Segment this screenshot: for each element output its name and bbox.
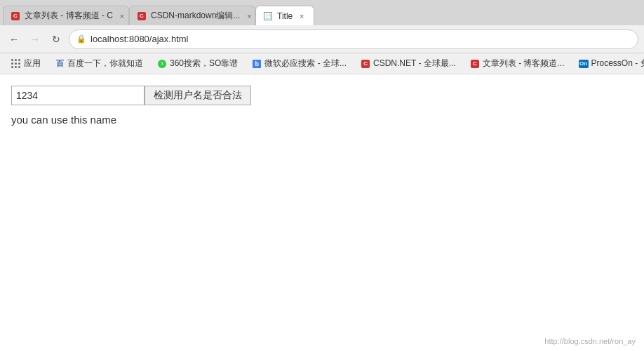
result-text: you can use this name: [11, 114, 633, 126]
back-button[interactable]: ←: [6, 31, 22, 48]
tab-2-label: CSDN-markdown编辑...: [151, 10, 240, 22]
tab-3-favicon: 📄: [263, 11, 273, 21]
articles-icon: C: [470, 59, 480, 69]
tab-3-label: Title: [277, 11, 293, 21]
bookmark-processon[interactable]: On ProcessOn - 免费在...: [573, 56, 645, 71]
refresh-button[interactable]: ↻: [48, 31, 65, 48]
address-bar[interactable]: 🔒 localhost:8080/ajax.html: [69, 29, 638, 49]
bookmarks-bar: 应用 百 百度一下，你就知道 3 360搜索，SO靠谱 b 微软必应搜索 - 全…: [0, 53, 644, 74]
apps-icon: [11, 59, 21, 69]
bookmark-360[interactable]: 3 360搜索，SO靠谱: [152, 56, 243, 71]
forward-button[interactable]: →: [27, 31, 43, 48]
bookmark-processon-label: ProcessOn - 免费在...: [591, 58, 645, 69]
bookmark-articles-label: 文章列表 - 博客频道...: [483, 58, 565, 69]
tab-bar: C 文章列表 - 博客频道 - C × C CSDN-markdown编辑...…: [0, 0, 644, 25]
address-text: localhost:8080/ajax.html: [90, 34, 631, 44]
page-content: 检测用户名是否合法 you can use this name http://b…: [0, 74, 644, 351]
bookmark-articles[interactable]: C 文章列表 - 博客频道...: [464, 56, 570, 71]
tab-2-favicon: C: [137, 11, 147, 21]
watermark-text: http://blog.csdn.net/ron_ay: [544, 337, 636, 345]
bookmark-bing[interactable]: b 微软必应搜索 - 全球...: [246, 56, 352, 71]
nav-bar: ← → ↻ 🔒 localhost:8080/ajax.html: [0, 25, 644, 53]
new-tab-button[interactable]: [616, 6, 644, 25]
tab-1-close[interactable]: ×: [117, 11, 127, 21]
tab-3[interactable]: 📄 Title ×: [255, 6, 314, 25]
check-button[interactable]: 检测用户名是否合法: [145, 86, 251, 105]
bing-icon: b: [252, 59, 262, 69]
icon-360: 3: [157, 59, 167, 69]
tab-2-close[interactable]: ×: [244, 11, 254, 21]
tab-1-favicon: C: [11, 11, 20, 21]
bookmark-baidu-label: 百度一下，你就知道: [67, 58, 143, 69]
lock-icon: 🔒: [76, 34, 86, 44]
tab-3-close[interactable]: ×: [297, 11, 307, 21]
bookmark-apps-label: 应用: [24, 58, 41, 69]
tab-2[interactable]: C CSDN-markdown编辑... ×: [129, 6, 255, 25]
browser-window: C 文章列表 - 博客频道 - C × C CSDN-markdown编辑...…: [0, 0, 644, 351]
bookmark-baidu[interactable]: 百 百度一下，你就知道: [49, 56, 149, 71]
processon-icon: On: [579, 59, 589, 69]
bookmark-bing-label: 微软必应搜索 - 全球...: [264, 58, 347, 69]
username-input[interactable]: [11, 86, 145, 105]
bookmark-360-label: 360搜索，SO靠谱: [170, 58, 238, 69]
bookmark-csdn[interactable]: C CSDN.NET - 全球最...: [355, 56, 462, 71]
bookmark-apps[interactable]: 应用: [6, 56, 46, 71]
input-row: 检测用户名是否合法: [11, 86, 633, 105]
tab-1[interactable]: C 文章列表 - 博客频道 - C ×: [3, 6, 129, 25]
baidu-icon: 百: [55, 59, 65, 69]
tab-1-label: 文章列表 - 博客频道 - C: [25, 10, 113, 22]
bookmark-csdn-label: CSDN.NET - 全球最...: [373, 58, 456, 69]
csdn-icon-bm: C: [361, 59, 370, 69]
